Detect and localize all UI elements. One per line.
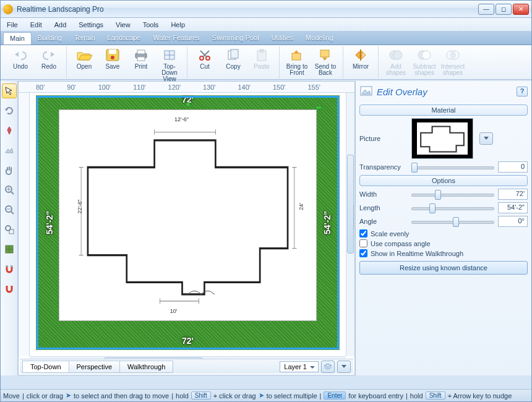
svg-line-30 — [11, 212, 14, 214]
redo-icon — [40, 48, 58, 62]
paste-button[interactable]: Paste — [248, 48, 275, 70]
scrollbar-vertical[interactable] — [346, 93, 354, 356]
svg-rect-38 — [11, 265, 12, 267]
width-slider[interactable] — [411, 189, 494, 199]
tab-terrain[interactable]: Terrain — [68, 32, 101, 45]
add-shapes-button[interactable]: Add shapes — [382, 48, 410, 76]
tab-modeling[interactable]: Modeling — [299, 32, 340, 45]
svg-rect-4 — [137, 50, 145, 54]
picture-dropdown-button[interactable] — [479, 132, 493, 145]
tab-main[interactable]: Main — [3, 32, 32, 45]
view-topdown[interactable]: Top-Down — [22, 361, 69, 373]
menu-tools[interactable]: Tools — [140, 20, 161, 30]
topdown-view-button[interactable]: Top-Down View — [156, 48, 183, 82]
save-button[interactable]: Save — [99, 48, 126, 70]
length-value[interactable]: 54'-2" — [498, 202, 528, 213]
menu-help[interactable]: Help — [168, 20, 187, 30]
rotate-handle-icon[interactable] — [186, 102, 191, 107]
pan-tool[interactable] — [2, 163, 17, 177]
copy-button[interactable]: Copy — [220, 48, 247, 70]
overlay-picture[interactable]: 12'-6" 22'-6" 24' 10' — [59, 109, 317, 321]
properties-panel: Edit Overlay ? Material Picture Transpar… — [355, 81, 531, 375]
canvas-viewport[interactable]: 72' 72' 54'-2" 54'-2" 12'-6" — [30, 93, 346, 356]
width-value[interactable]: 72' — [498, 189, 528, 200]
svg-rect-1 — [109, 49, 116, 54]
tab-water[interactable]: Water Features — [147, 32, 205, 45]
menu-file[interactable]: File — [4, 20, 20, 30]
menu-edit[interactable]: Edit — [28, 20, 45, 30]
bring-to-front-button[interactable]: Bring to Front — [283, 48, 311, 76]
title-bar: Realtime Landscaping Pro — ◻ ✕ — [1, 1, 531, 18]
minimize-button[interactable]: — — [478, 4, 494, 15]
layers-button[interactable] — [321, 361, 335, 373]
picture-thumbnail[interactable] — [411, 118, 473, 159]
scissors-icon — [196, 48, 213, 62]
status-bar: Move | click or drag ➤ to select and the… — [1, 389, 531, 401]
send-to-back-button[interactable]: Send to Back — [312, 48, 339, 76]
redo-button[interactable]: Redo — [35, 48, 62, 70]
zoom-in-tool[interactable] — [2, 182, 17, 197]
left-tool-strip — [1, 81, 18, 375]
menu-settings[interactable]: Settings — [76, 20, 106, 30]
grid-tool[interactable] — [2, 242, 17, 257]
window-buttons: — ◻ ✕ — [478, 4, 529, 15]
open-button[interactable]: Open — [71, 48, 98, 70]
transparency-value[interactable]: 0 — [498, 161, 528, 173]
mirror-button[interactable]: Mirror — [347, 48, 374, 70]
svg-line-26 — [11, 192, 14, 194]
rotate-tool[interactable] — [2, 103, 17, 118]
send-back-icon — [317, 48, 334, 62]
select-tool[interactable] — [2, 83, 17, 98]
resize-known-distance-button[interactable]: Resize using known distance — [359, 261, 528, 275]
terrain-tool[interactable] — [2, 143, 17, 158]
lot-outline[interactable]: 72' 72' 54'-2" 54'-2" 12'-6" — [36, 95, 340, 350]
svg-rect-16 — [320, 50, 329, 57]
angle-value[interactable]: 0° — [498, 216, 528, 227]
scale-evenly-checkbox[interactable]: Scale evenly — [359, 229, 528, 237]
paste-icon — [253, 48, 270, 62]
snap-tool[interactable] — [2, 281, 17, 296]
close-button[interactable]: ✕ — [513, 4, 529, 15]
layer-dropdown-button[interactable] — [337, 361, 351, 373]
maximize-button[interactable]: ◻ — [496, 4, 512, 15]
subtract-shapes-icon — [416, 48, 433, 62]
save-icon — [104, 48, 121, 62]
dim-height-left: 54'-2" — [45, 211, 54, 234]
bring-front-icon — [288, 48, 306, 62]
printer-icon — [132, 48, 150, 62]
subtract-shapes-button[interactable]: Subtract shapes — [411, 48, 438, 76]
menu-add[interactable]: Add — [52, 20, 69, 30]
svg-point-24 — [450, 51, 455, 59]
svg-rect-37 — [6, 265, 8, 267]
zoom-out-tool[interactable] — [2, 202, 17, 217]
ribbon-tabs: Main Building Terrain Landscape Water Fe… — [1, 32, 531, 45]
svg-rect-15 — [292, 53, 301, 60]
layer-select[interactable]: Layer 1 — [280, 361, 319, 372]
cut-button[interactable]: Cut — [191, 48, 218, 70]
dim-inner-right: 24' — [298, 203, 304, 210]
angle-slider[interactable] — [411, 216, 494, 226]
tab-pool[interactable]: Swimming Pool — [206, 32, 265, 45]
length-slider[interactable] — [411, 203, 494, 213]
design-canvas[interactable]: 80'90'100'110'120'130'140'150'155' 72' 7… — [18, 81, 355, 375]
transparency-slider[interactable] — [411, 162, 494, 172]
undo-button[interactable]: Undo — [7, 48, 34, 70]
intersect-shapes-button[interactable]: Intersect shapes — [439, 48, 466, 76]
view-perspective[interactable]: Perspective — [69, 361, 120, 373]
dim-inner-left: 22'-6" — [77, 199, 83, 213]
tab-building[interactable]: Building — [32, 32, 68, 45]
tab-utilities[interactable]: Utilities — [265, 32, 299, 45]
tab-landscape[interactable]: Landscape — [101, 32, 147, 45]
section-material: Material — [359, 105, 528, 116]
show-walkthrough-checkbox[interactable]: Show in Realtime Walkthrough — [359, 249, 528, 257]
menu-view[interactable]: View — [113, 20, 133, 30]
print-button[interactable]: Print — [127, 48, 155, 70]
zoom-extents-tool[interactable] — [2, 222, 17, 237]
view-walkthrough[interactable]: Walkthrough — [119, 361, 173, 373]
compass-angle-checkbox[interactable]: Use compass angle — [359, 239, 528, 247]
magnet-tool[interactable] — [2, 262, 17, 276]
svg-point-2 — [111, 56, 114, 59]
marker-tool[interactable] — [2, 123, 17, 138]
help-button[interactable]: ? — [517, 87, 528, 96]
view-tabs: Top-Down Perspective Walkthrough Layer 1 — [20, 359, 353, 374]
